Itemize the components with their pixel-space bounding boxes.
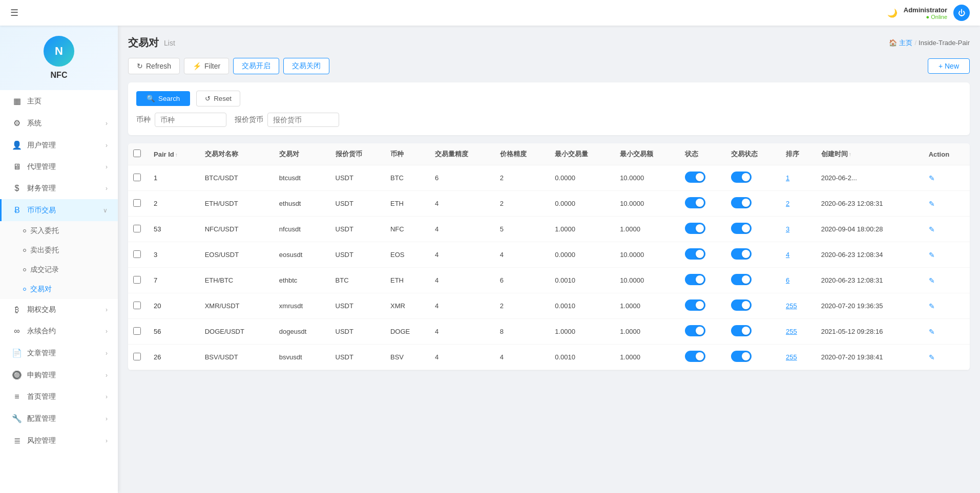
trade-status-switch-6[interactable] xyxy=(731,325,752,336)
edit-icon-1[interactable]: ✎ xyxy=(929,200,935,208)
status-switch-4[interactable] xyxy=(685,274,705,285)
trade-status-switch-1[interactable] xyxy=(731,197,752,208)
cell-name-5: XMR/USDT xyxy=(200,293,274,319)
sort-link-2[interactable]: 3 xyxy=(786,225,789,233)
row-checkbox-3[interactable] xyxy=(133,250,141,258)
row-checkbox-2[interactable] xyxy=(133,225,141,232)
status-switch-3[interactable] xyxy=(685,248,705,260)
cell-price-precision-6: 8 xyxy=(495,319,550,345)
sidebar-item-futures[interactable]: ₿ 期权交易 › xyxy=(0,299,118,320)
sort-link-6[interactable]: 255 xyxy=(786,328,797,335)
app-body: N NFC ▦ 主页 ⚙ 系统 › 👤 用户管理 › 🖥 代理管理 › $ 财务… xyxy=(0,26,980,493)
sort-link-3[interactable]: 4 xyxy=(786,251,789,259)
trade-status-switch-2[interactable] xyxy=(731,223,752,234)
close-trade-button[interactable]: 交易关闭 xyxy=(283,58,329,74)
cell-created-4: 2020-06-23 12:08:31 xyxy=(816,268,924,293)
edit-icon-6[interactable]: ✎ xyxy=(929,328,935,336)
status-switch-0[interactable] xyxy=(685,172,705,183)
trade-status-switch-4[interactable] xyxy=(731,274,752,285)
sort-link-4[interactable]: 6 xyxy=(786,276,789,284)
status-switch-7[interactable] xyxy=(685,351,705,362)
status-switch-1[interactable] xyxy=(685,197,705,208)
trade-status-switch-3[interactable] xyxy=(731,248,752,260)
row-checkbox-5[interactable] xyxy=(133,302,141,309)
sidebar-item-home[interactable]: ▦ 主页 xyxy=(0,90,118,112)
sidebar-subitem-buy[interactable]: 买入委托 xyxy=(0,221,118,241)
status-switch-6[interactable] xyxy=(685,325,705,336)
edit-icon-2[interactable]: ✎ xyxy=(929,225,935,233)
trade-status-toggle-1[interactable] xyxy=(731,197,752,208)
sort-link-0[interactable]: 1 xyxy=(786,174,789,182)
sidebar-item-system[interactable]: ⚙ 系统 › xyxy=(0,112,118,134)
new-button[interactable]: + New xyxy=(928,58,970,74)
sidebar-item-coin-trade[interactable]: Ƀ 币币交易 ∨ xyxy=(0,199,118,221)
search-button[interactable]: 🔍 Search xyxy=(136,91,190,106)
status-toggle-2[interactable] xyxy=(685,223,705,234)
trade-status-toggle-7[interactable] xyxy=(731,351,752,362)
status-toggle-5[interactable] xyxy=(685,299,705,311)
pair-id-sort-icon[interactable]: ↑ xyxy=(175,152,178,158)
trade-status-switch-5[interactable] xyxy=(731,299,752,311)
trade-status-toggle-6[interactable] xyxy=(731,325,752,336)
status-switch-2[interactable] xyxy=(685,223,705,234)
edit-icon-0[interactable]: ✎ xyxy=(929,174,935,182)
sidebar-subitem-sell[interactable]: 卖出委托 xyxy=(0,241,118,260)
hamburger-menu-icon[interactable]: ☰ xyxy=(10,7,18,18)
page-header: 交易对 List 🏠 主页 / Inside-Trade-Pair xyxy=(128,36,970,50)
trade-status-toggle-3[interactable] xyxy=(731,248,752,260)
edit-icon-3[interactable]: ✎ xyxy=(929,251,935,259)
edit-icon-4[interactable]: ✎ xyxy=(929,276,935,285)
cell-quote-2: USDT xyxy=(330,217,385,242)
power-button[interactable]: ⏻ xyxy=(953,5,970,21)
trade-status-toggle-0[interactable] xyxy=(731,172,752,183)
coin-input[interactable] xyxy=(155,113,226,127)
theme-toggle-icon[interactable]: 🌙 xyxy=(887,8,898,18)
sidebar-item-user-mgmt[interactable]: 👤 用户管理 › xyxy=(0,134,118,156)
edit-icon-7[interactable]: ✎ xyxy=(929,353,935,361)
row-checkbox-0[interactable] xyxy=(133,174,141,181)
trade-status-toggle-4[interactable] xyxy=(731,274,752,285)
refresh-button[interactable]: ↻ Refresh xyxy=(128,58,180,74)
open-trade-button[interactable]: 交易开启 xyxy=(233,58,279,74)
sidebar-item-perpetual[interactable]: ∞ 永续合约 › xyxy=(0,320,118,342)
row-checkbox-6[interactable] xyxy=(133,327,141,335)
status-toggle-0[interactable] xyxy=(685,172,705,183)
row-checkbox-7[interactable] xyxy=(133,353,141,360)
sidebar-item-purchase[interactable]: 🔘 申购管理 › xyxy=(0,364,118,386)
sidebar-item-config[interactable]: 🔧 配置管理 › xyxy=(0,408,118,430)
table-row: 2 ETH/USDT ethusdt USDT ETH 4 2 0.0000 1… xyxy=(128,191,970,217)
col-status: 状态 xyxy=(680,143,726,165)
sort-link-5[interactable]: 255 xyxy=(786,302,797,310)
sort-link-7[interactable]: 255 xyxy=(786,353,797,361)
sidebar-item-homepage[interactable]: ≡ 首页管理 › xyxy=(0,386,118,408)
sidebar-item-finance[interactable]: $ 财务管理 › xyxy=(0,178,118,199)
trade-pair-table: Pair Id↑ 交易对名称 交易对 报价货币 币种 交易量精度 价格精度 最小… xyxy=(128,143,970,370)
trade-status-switch-7[interactable] xyxy=(731,351,752,362)
status-switch-5[interactable] xyxy=(685,299,705,311)
trade-status-toggle-5[interactable] xyxy=(731,299,752,311)
status-toggle-7[interactable] xyxy=(685,351,705,362)
row-checkbox-1[interactable] xyxy=(133,199,141,207)
trade-status-switch-0[interactable] xyxy=(731,172,752,183)
reset-button[interactable]: ↺ Reset xyxy=(196,91,240,106)
select-all-checkbox[interactable] xyxy=(133,149,141,157)
sidebar-item-risk[interactable]: ≣ 风控管理 › xyxy=(0,430,118,452)
sidebar-subitem-trade-record[interactable]: 成交记录 xyxy=(0,260,118,280)
quote-input[interactable] xyxy=(267,113,339,127)
filter-button[interactable]: ⚡ Filter xyxy=(184,58,229,74)
breadcrumb-home-link[interactable]: 主页 xyxy=(899,38,912,48)
status-toggle-6[interactable] xyxy=(685,325,705,336)
sort-link-1[interactable]: 2 xyxy=(786,200,789,207)
status-toggle-3[interactable] xyxy=(685,248,705,260)
cell-status-4 xyxy=(680,268,726,293)
edit-icon-5[interactable]: ✎ xyxy=(929,302,935,310)
created-sort-icon[interactable]: ↑ xyxy=(849,152,851,157)
row-checkbox-4[interactable] xyxy=(133,276,141,284)
sidebar-item-article[interactable]: 📄 文章管理 › xyxy=(0,342,118,364)
status-toggle-1[interactable] xyxy=(685,197,705,208)
status-toggle-4[interactable] xyxy=(685,274,705,285)
cell-coin-5: XMR xyxy=(385,293,430,319)
trade-status-toggle-2[interactable] xyxy=(731,223,752,234)
sidebar-item-agent-mgmt[interactable]: 🖥 代理管理 › xyxy=(0,156,118,178)
sidebar-subitem-trade-pair[interactable]: 交易对 xyxy=(0,280,118,299)
